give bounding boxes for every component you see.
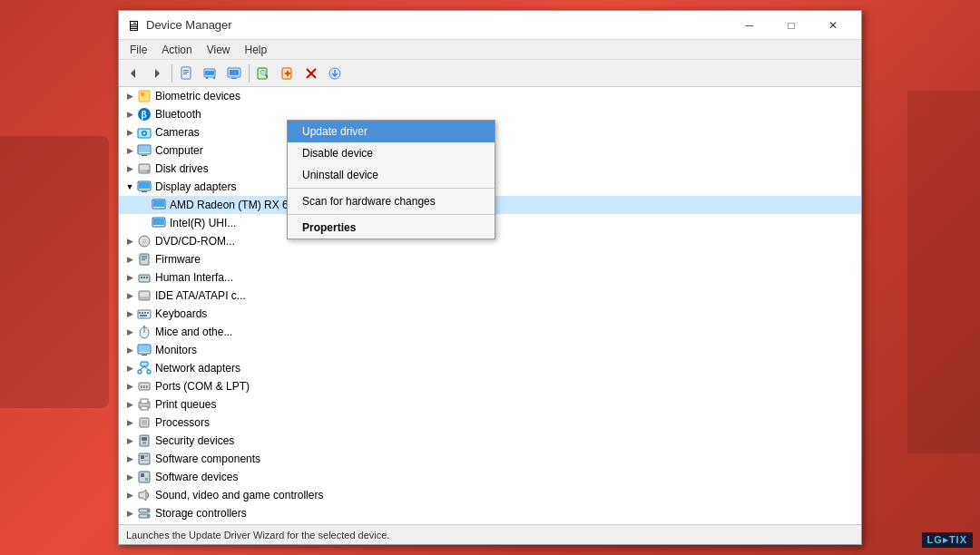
add-legacy-button[interactable]	[277, 63, 299, 84]
icon-print	[137, 397, 152, 412]
svg-rect-67	[141, 362, 148, 366]
svg-rect-55	[138, 310, 151, 318]
menu-view[interactable]: View	[200, 42, 238, 58]
expand-processors[interactable]: ▶	[122, 415, 137, 430]
svg-rect-87	[141, 460, 148, 461]
expand-monitors[interactable]: ▶	[122, 343, 137, 357]
expand-security[interactable]: ▶	[122, 433, 137, 448]
tree-item-softwaredev[interactable]: ▶ Software devices	[119, 468, 861, 486]
expand-dvd[interactable]: ▶	[122, 234, 137, 248]
expand-sound[interactable]: ▶	[122, 488, 137, 502]
computer-button[interactable]	[223, 63, 245, 84]
tree-item-processors[interactable]: ▶ Processors	[119, 414, 861, 432]
expand-bluetooth[interactable]: ▶	[122, 107, 137, 122]
remove-button[interactable]	[300, 63, 322, 84]
tree-item-print[interactable]: ▶ Print queues	[119, 395, 861, 414]
expand-softwarecomp[interactable]: ▶	[122, 452, 137, 466]
svg-rect-23	[141, 92, 144, 96]
label-mice: Mice and othe...	[155, 326, 232, 338]
tree-item-network[interactable]: ▶ Network adapters	[119, 359, 861, 377]
svg-point-95	[147, 515, 149, 517]
svg-rect-83	[142, 442, 146, 444]
expand-print[interactable]: ▶	[122, 397, 137, 412]
ctx-disable-device[interactable]: Disable device	[288, 142, 495, 164]
icon-softwarecomp	[137, 452, 152, 466]
tree-item-keyboards[interactable]: ▶ Keyboards	[119, 305, 861, 323]
svg-marker-0	[131, 69, 135, 78]
svg-line-71	[144, 366, 149, 370]
scan-button[interactable]: 🔍	[253, 63, 275, 84]
icon-keyboards	[137, 307, 152, 321]
ctx-uninstall-device[interactable]: Uninstall device	[288, 164, 495, 186]
menu-action[interactable]: Action	[154, 42, 199, 58]
tree-item-ports[interactable]: ▶ Ports (COM & LPT)	[119, 377, 861, 395]
svg-rect-2	[181, 67, 191, 79]
svg-rect-56	[139, 312, 141, 314]
icon-cameras	[137, 125, 152, 140]
svg-rect-58	[144, 312, 146, 314]
svg-rect-37	[139, 182, 150, 189]
svg-rect-52	[146, 277, 148, 278]
menu-file[interactable]: File	[122, 42, 154, 58]
back-button[interactable]	[122, 63, 144, 84]
tree-item-firmware[interactable]: ▶ Firmware	[119, 250, 861, 268]
expand-disk[interactable]: ▶	[122, 161, 137, 176]
tree-item-sound[interactable]: ▶ Sound, video and game controllers	[119, 486, 861, 504]
icon-security	[137, 433, 152, 448]
statusbar-text: Launches the Update Driver Wizard for th…	[126, 530, 389, 540]
window-icon: 🖥	[126, 18, 141, 33]
update-button[interactable]	[200, 63, 221, 84]
svg-rect-59	[147, 312, 149, 314]
maximize-button[interactable]: □	[770, 11, 812, 40]
properties-button[interactable]	[176, 63, 198, 84]
svg-rect-68	[138, 370, 142, 374]
svg-rect-85	[141, 455, 144, 459]
tree-item-softwarecomp[interactable]: ▶ Software components	[119, 450, 861, 468]
label-computer: Computer	[155, 144, 203, 157]
label-security: Security devices	[155, 434, 234, 447]
expand-cameras[interactable]: ▶	[122, 125, 137, 140]
svg-rect-47	[142, 258, 147, 258]
minimize-button[interactable]: ─	[729, 11, 770, 40]
menu-help[interactable]: Help	[238, 42, 275, 58]
expand-mice[interactable]: ▶	[122, 325, 137, 339]
label-bluetooth: Bluetooth	[155, 108, 201, 121]
expand-storage[interactable]: ▶	[122, 506, 137, 521]
ctx-properties[interactable]: Properties	[288, 217, 495, 239]
tree-item-monitors[interactable]: ▶ Monitors	[119, 341, 861, 359]
tree-item-mice[interactable]: ▶ Mice and othe...	[119, 323, 861, 341]
expand-computer[interactable]: ▶	[122, 143, 137, 158]
titlebar: 🖥 Device Manager ─ □ ✕	[119, 11, 861, 40]
icon-ide	[137, 288, 152, 303]
icon-firmware	[137, 252, 152, 267]
tree-item-biometric[interactable]: ▶ Biometric devices	[119, 87, 861, 105]
expand-softwaredev[interactable]: ▶	[122, 470, 137, 484]
tree-item-ide[interactable]: ▶ IDE ATA/ATAPI c...	[119, 287, 861, 305]
tree-item-system[interactable]: ▶ System devices	[119, 522, 861, 524]
device-manager-window: 🖥 Device Manager ─ □ ✕ File Action View …	[118, 10, 862, 545]
expand-keyboards[interactable]: ▶	[122, 307, 137, 321]
titlebar-controls: ─ □ ✕	[729, 11, 854, 40]
forward-button[interactable]	[146, 63, 168, 84]
expand-network[interactable]: ▶	[122, 361, 137, 375]
svg-rect-36	[142, 191, 147, 192]
expand-display[interactable]: ▼	[122, 180, 137, 194]
download-button[interactable]	[324, 63, 346, 84]
expand-ports[interactable]: ▶	[122, 379, 137, 394]
tree-item-storage[interactable]: ▶ Storage controllers	[119, 504, 861, 522]
icon-human	[137, 270, 152, 285]
icon-processors	[137, 415, 152, 430]
window-title: Device Manager	[146, 18, 729, 32]
expand-firmware[interactable]: ▶	[122, 252, 137, 267]
close-button[interactable]: ✕	[812, 11, 854, 40]
expand-ide[interactable]: ▶	[122, 288, 137, 303]
expand-human[interactable]: ▶	[122, 270, 137, 285]
label-disk: Disk drives	[155, 162, 209, 175]
expand-biometric[interactable]: ▶	[122, 89, 137, 103]
ctx-update-driver[interactable]: Update driver	[288, 121, 495, 142]
statusbar: Launches the Update Driver Wizard for th…	[119, 524, 861, 544]
tree-item-human[interactable]: ▶ Human Interfa...	[119, 268, 861, 287]
tree-item-security[interactable]: ▶ Security devices	[119, 432, 861, 450]
ctx-scan-hardware[interactable]: Scan for hardware changes	[288, 190, 495, 212]
icon-network	[137, 361, 152, 375]
